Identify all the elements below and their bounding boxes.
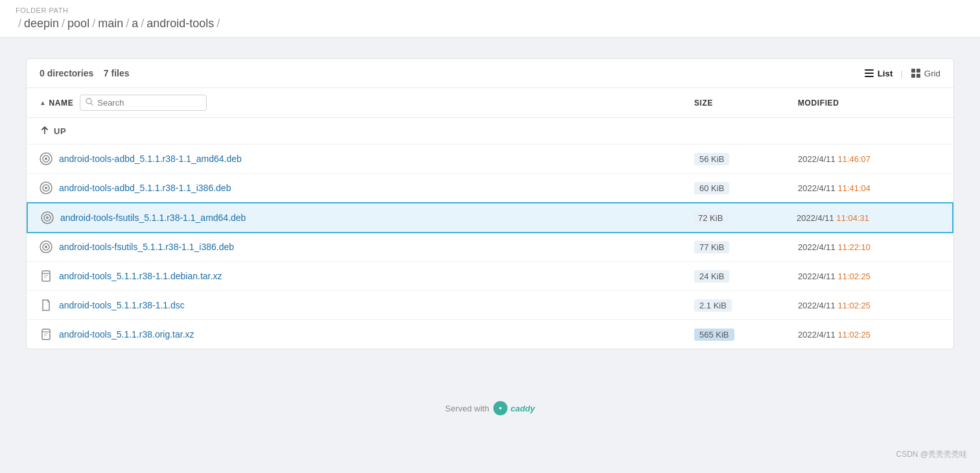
breadcrumb-item-android-tools[interactable]: android-tools — [146, 17, 214, 30]
table-row[interactable]: android-tools-fsutils_5.1.1.r38-1.1_i386… — [27, 233, 953, 262]
file-link[interactable]: android-tools-adbd_5.1.1.r38-1.1_amd64.d… — [59, 154, 242, 164]
view-toggle: List | Grid — [864, 68, 940, 78]
up-label: UP — [54, 126, 66, 136]
table-row[interactable]: android-tools_5.1.1.r38-1.1.dsc 2.1 KiB … — [27, 291, 953, 320]
deb-icon — [41, 211, 54, 224]
breadcrumb-sep-2: / — [92, 17, 95, 30]
top-bar: FOLDER PATH / deepin / pool / main / a /… — [0, 0, 980, 38]
file-link[interactable]: android-tools_5.1.1.r38.orig.tar.xz — [59, 329, 194, 340]
file-size: 60 KiB — [694, 182, 798, 194]
svg-point-14 — [45, 187, 47, 189]
list-label: List — [878, 69, 893, 78]
caddy-icon — [493, 401, 508, 415]
view-sep: | — [900, 69, 902, 78]
watermark: CSDN @秃秃秃秃哇 — [896, 449, 967, 460]
grid-label: Grid — [924, 69, 940, 78]
list-icon — [864, 68, 874, 78]
file-modified: 2022/4/11 11:02:25 — [798, 301, 940, 310]
list-view-button[interactable]: List — [864, 68, 893, 78]
file-size: 565 KiB — [694, 329, 798, 341]
caddy-logo[interactable]: caddy — [493, 401, 535, 415]
file-size: 2.1 KiB — [694, 299, 798, 312]
caddy-label: caddy — [511, 404, 535, 413]
svg-point-7 — [86, 98, 91, 104]
directories-label: directories — [47, 68, 94, 78]
file-name-cell: android-tools-fsutils_5.1.1.r38-1.1_i386… — [40, 240, 694, 253]
file-name-cell: android-tools_5.1.1.r38-1.1.debian.tar.x… — [40, 270, 694, 283]
col-size-header: SIZE — [694, 98, 798, 108]
name-col-text: NAME — [49, 98, 74, 108]
svg-point-20 — [45, 246, 47, 248]
deb-icon — [40, 240, 52, 253]
deb-icon — [40, 181, 52, 194]
file-link[interactable]: android-tools-fsutils_5.1.1.r38-1.1_amd6… — [60, 213, 246, 223]
svg-rect-0 — [865, 69, 874, 71]
folder-path-label: FOLDER PATH — [16, 6, 964, 14]
svg-line-8 — [91, 104, 93, 106]
breadcrumb-item-pool[interactable]: pool — [67, 17, 89, 30]
file-panel: 0 directories 7 files List | — [26, 58, 954, 349]
svg-rect-25 — [42, 329, 50, 340]
file-link[interactable]: android-tools-adbd_5.1.1.r38-1.1_i386.de… — [59, 183, 231, 193]
table-row[interactable]: android-tools-fsutils_5.1.1.r38-1.1_amd6… — [27, 202, 953, 233]
col-modified-header: MODIFIED — [798, 98, 940, 108]
breadcrumb-item-main[interactable]: main — [98, 17, 123, 30]
main-container: 0 directories 7 files List | — [0, 38, 980, 388]
up-arrow-icon — [40, 126, 50, 136]
up-link[interactable]: UP — [40, 126, 694, 136]
file-size: 24 KiB — [694, 270, 798, 283]
svg-rect-6 — [916, 74, 920, 78]
grid-view-button[interactable]: Grid — [911, 68, 940, 78]
up-row[interactable]: UP — [27, 118, 953, 144]
svg-rect-5 — [911, 74, 915, 78]
table-row[interactable]: android-tools_5.1.1.r38-1.1.debian.tar.x… — [27, 262, 953, 291]
archive-icon — [40, 270, 52, 283]
file-name-cell: android-tools-adbd_5.1.1.r38-1.1_amd64.d… — [40, 152, 694, 165]
search-icon — [86, 98, 93, 108]
breadcrumb-sep-4: / — [141, 17, 144, 30]
breadcrumb: / deepin / pool / main / a / android-too… — [16, 17, 964, 30]
served-with-text: Served with — [445, 404, 489, 413]
file-link[interactable]: android-tools_5.1.1.r38-1.1.debian.tar.x… — [59, 271, 222, 281]
file-size: 56 KiB — [694, 153, 798, 165]
breadcrumb-item-deepin[interactable]: deepin — [24, 17, 59, 30]
table-row[interactable]: android-tools-adbd_5.1.1.r38-1.1_i386.de… — [27, 174, 953, 203]
file-modified: 2022/4/11 11:02:25 — [798, 271, 940, 281]
col-name-header: ▲ NAME — [40, 95, 694, 111]
deb-icon — [40, 152, 52, 165]
col-name-label[interactable]: ▲ NAME — [40, 98, 73, 108]
file-size: 72 KiB — [693, 212, 797, 224]
file-icon — [40, 299, 52, 312]
table-row[interactable]: android-tools_5.1.1.r38.orig.tar.xz 565 … — [27, 320, 953, 349]
file-name-cell: android-tools_5.1.1.r38.orig.tar.xz — [40, 328, 694, 341]
file-modified: 2022/4/11 11:02:25 — [798, 330, 940, 340]
svg-rect-2 — [865, 76, 874, 77]
grid-icon — [911, 68, 921, 78]
search-input[interactable] — [97, 98, 201, 108]
file-size: 77 KiB — [694, 241, 798, 253]
svg-point-17 — [46, 216, 49, 219]
dir-count: 0 — [40, 68, 45, 78]
file-name-cell: android-tools_5.1.1.r38-1.1.dsc — [40, 299, 694, 312]
file-modified: 2022/4/11 11:04:31 — [797, 213, 939, 223]
file-link[interactable]: android-tools-fsutils_5.1.1.r38-1.1_i386… — [59, 242, 234, 252]
file-link[interactable]: android-tools_5.1.1.r38-1.1.dsc — [59, 300, 185, 310]
table-header: ▲ NAME SIZE MODIFIED — [27, 88, 953, 118]
search-box — [80, 95, 207, 111]
svg-rect-1 — [865, 73, 874, 74]
panel-header: 0 directories 7 files List | — [27, 59, 953, 88]
file-name-cell: android-tools-fsutils_5.1.1.r38-1.1_amd6… — [41, 211, 693, 224]
breadcrumb-sep-root: / — [18, 17, 21, 30]
archive-icon — [40, 328, 52, 341]
files-label: files — [111, 68, 130, 78]
svg-rect-21 — [42, 271, 50, 281]
svg-rect-4 — [916, 69, 920, 73]
table-row[interactable]: android-tools-adbd_5.1.1.r38-1.1_amd64.d… — [27, 144, 953, 174]
breadcrumb-sep-3: / — [126, 17, 129, 30]
file-list: android-tools-adbd_5.1.1.r38-1.1_amd64.d… — [27, 144, 953, 349]
file-modified: 2022/4/11 11:41:04 — [798, 183, 940, 193]
breadcrumb-item-a[interactable]: a — [132, 17, 138, 30]
file-name-cell: android-tools-adbd_5.1.1.r38-1.1_i386.de… — [40, 181, 694, 194]
dir-file-count: 0 directories 7 files — [40, 68, 130, 78]
footer: Served with caddy — [0, 388, 980, 428]
